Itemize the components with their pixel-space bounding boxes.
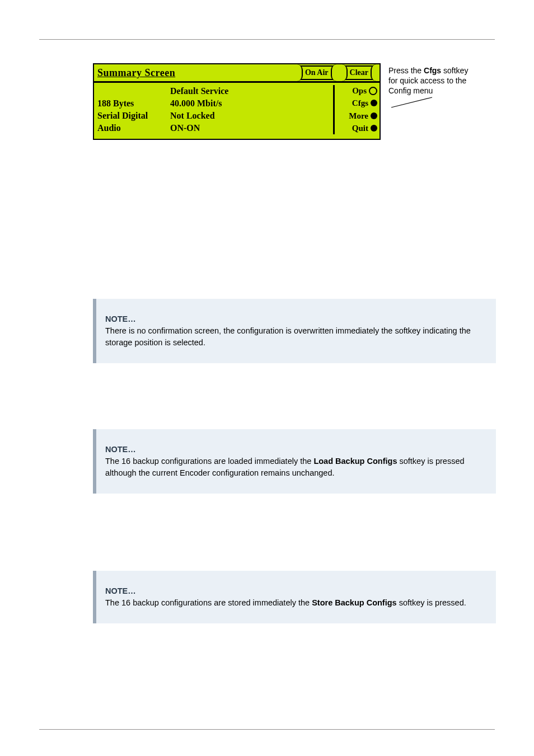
lcd-service-header: Default Service [170,85,333,97]
circle-filled-icon [371,112,377,119]
chip-on-air[interactable]: On Air [297,65,336,80]
note-label: NOTE… [105,444,484,456]
note-body: NOTE… There is no confirmation screen, t… [96,299,496,363]
softkey-quit-label: Quit [352,123,368,134]
callout-arrow-icon [388,95,439,112]
circle-filled-icon [371,125,377,132]
callout-line1: Press the Cfgs softkey [388,65,489,76]
lcd-mid-1: 40.000 Mbit/s [170,97,333,110]
softkey-cfgs[interactable]: Cfgs [352,97,377,109]
note-box-1: NOTE… There is no confirmation screen, t… [93,299,496,363]
callout-cfgs-bold: Cfgs [424,66,441,75]
note-body: NOTE… The 16 backup configurations are l… [96,429,496,494]
top-margin [0,0,534,39]
softkey-more-label: More [349,110,368,121]
note-text: There is no confirmation screen, the con… [105,325,484,349]
lcd-body: 188 Bytes Serial Digital Audio Default S… [94,83,380,139]
note-text: The 16 backup configurations are loaded … [105,456,484,479]
lcd-left-2: Serial Digital [97,110,170,122]
chip-clear[interactable]: Clear [342,65,376,80]
chip-on-air-label: On Air [305,68,329,78]
lcd-screen: Summary Screen On Air Clear 188 Bytes Se… [93,63,381,140]
svg-line-0 [391,97,432,107]
callout-text: Press the Cfgs softkey for quick access … [388,63,489,112]
note-label: NOTE… [105,313,484,325]
bottom-rule [39,729,495,730]
content-area: Summary Screen On Air Clear 188 Bytes Se… [0,40,534,623]
lcd-softkeys: Ops Cfgs More Quit [333,85,377,134]
lcd-mid-3: ON-ON [170,122,333,134]
page: Summary Screen On Air Clear 188 Bytes Se… [0,0,534,756]
callout-line3: Config menu [388,86,489,96]
lcd-left-column: 188 Bytes Serial Digital Audio [96,85,170,134]
softkey-quit[interactable]: Quit [352,123,377,134]
circle-filled-icon [371,100,377,106]
lcd-mid-2: Not Locked [170,110,333,122]
softkey-ops-label: Ops [352,85,367,96]
callout-line2: for quick access to the [388,76,489,86]
lcd-left-3: Audio [97,122,170,134]
softkey-name-store: Store Backup Configs [312,598,396,607]
note-text: The 16 backup configurations are stored … [105,597,466,609]
softkey-more[interactable]: More [349,110,377,121]
softkey-cfgs-label: Cfgs [352,97,368,109]
softkey-name-load: Load Backup Configs [313,457,397,466]
note-box-3: NOTE… The 16 backup configurations are s… [93,571,496,623]
lcd-header: Summary Screen On Air Clear [94,64,380,83]
figure-row: Summary Screen On Air Clear 188 Bytes Se… [93,63,495,140]
lcd-left-1: 188 Bytes [97,97,170,110]
lcd-mid-column: Default Service 40.000 Mbit/s Not Locked… [170,85,333,134]
note-label: NOTE… [105,585,466,597]
circle-open-icon [369,87,377,95]
lcd-title: Summary Screen [97,66,175,79]
chip-clear-label: Clear [350,68,368,78]
note-box-2: NOTE… The 16 backup configurations are l… [93,429,496,494]
note-body: NOTE… The 16 backup configurations are s… [96,571,479,623]
softkey-ops[interactable]: Ops [352,85,377,96]
